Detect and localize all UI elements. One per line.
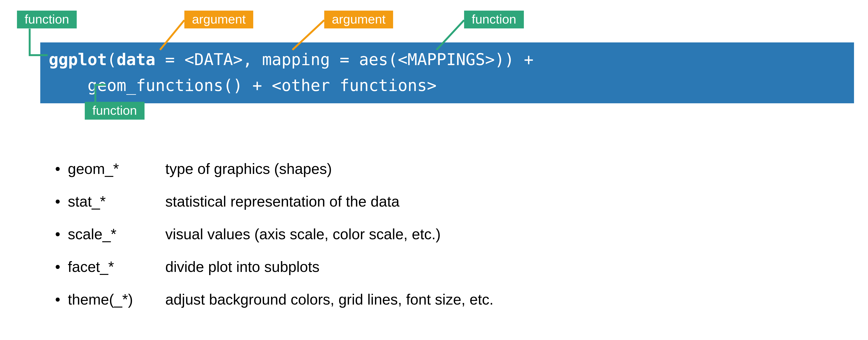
code-l2-other: <other functions> xyxy=(272,76,437,95)
tag-argument-left: argument xyxy=(184,10,253,28)
bullet-list: • geom_* type of graphics (shapes) • sta… xyxy=(55,157,494,320)
bullet-desc: divide plot into subplots xyxy=(165,255,494,279)
code-aes-args: (<MAPPINGS>) xyxy=(388,50,504,69)
tag-function-below: function xyxy=(85,102,145,120)
bullet-term: scale_* xyxy=(68,222,165,246)
bullet-desc: adjust background colors, grid lines, fo… xyxy=(165,288,494,311)
bullet-dot: • xyxy=(55,222,68,246)
bullet-term: facet_* xyxy=(68,255,165,279)
code-block: ggplot(data = <DATA>, mapping = aes(<MAP… xyxy=(40,42,854,103)
bullet-term: theme(_*) xyxy=(68,288,165,311)
list-item: • scale_* visual values (axis scale, col… xyxy=(55,222,494,246)
code-data-kw: data xyxy=(117,50,155,69)
tag-argument-right: argument xyxy=(324,10,393,28)
bullet-dot: • xyxy=(55,157,68,181)
bullet-desc: visual values (axis scale, color scale, … xyxy=(165,222,494,246)
list-item: • geom_* type of graphics (shapes) xyxy=(55,157,494,181)
code-l2-indent xyxy=(49,76,88,95)
bullet-desc: type of graphics (shapes) xyxy=(165,157,494,181)
tag-function-top-right: function xyxy=(464,10,524,28)
code-l2-geom: geom_functions() xyxy=(88,76,243,95)
code-eq-mapping: = xyxy=(330,50,359,69)
list-item: • facet_* divide plot into subplots xyxy=(55,255,494,279)
diagram-slide: function argument argument function ggpl… xyxy=(0,0,868,340)
bullet-dot: • xyxy=(55,288,68,311)
bullet-term: geom_* xyxy=(68,157,165,181)
bullet-dot: • xyxy=(55,190,68,214)
code-l2-plus: + xyxy=(243,76,272,95)
tag-function-top-left: function xyxy=(17,10,77,28)
code-open-paren: ( xyxy=(107,50,117,69)
code-close-plus: ) + xyxy=(504,50,534,69)
list-item: • stat_* statistical representation of t… xyxy=(55,190,494,214)
code-mapping-kw: mapping xyxy=(262,50,330,69)
list-item: • theme(_*) adjust background colors, gr… xyxy=(55,288,494,311)
code-aes: aes xyxy=(359,50,388,69)
code-ggplot: ggplot xyxy=(49,50,107,69)
bullet-desc: statistical representation of the data xyxy=(165,190,494,214)
code-eq-data: = <DATA>, xyxy=(155,50,262,69)
bullet-dot: • xyxy=(55,255,68,279)
bullet-term: stat_* xyxy=(68,190,165,214)
